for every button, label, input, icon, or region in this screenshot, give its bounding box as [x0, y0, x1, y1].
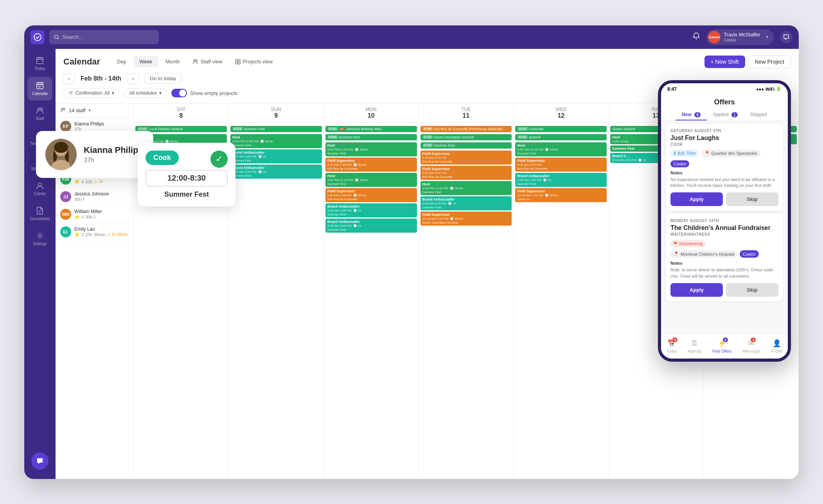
offer-notes-title-2: Notes — [670, 261, 778, 265]
offer-role-1: Cook — [670, 142, 778, 147]
shift-host-mon[interactable]: Host 4:00 PM-11:00 PM 🕐 30min Summer Fes… — [325, 142, 417, 156]
offer-notes-title-1: Notes — [670, 170, 778, 175]
shift-brand-tue[interactable]: Brand Ambassador 9:00 AM-3:00 PM 🕐 1h Su… — [420, 196, 512, 210]
date-range: Feb 8th - 14th — [81, 75, 121, 82]
shift-brand-mon[interactable]: Brand Ambassador 9:00 AM-3:00 PM 🕐 1h Su… — [325, 203, 417, 217]
day-col-content-mon: R 3/3 A1 Joshua's birthday BBQ R 5/5 Sum… — [325, 124, 417, 233]
phone-tab-applied[interactable]: Applied 1 — [707, 109, 744, 120]
profile-nav-label: Profile — [771, 349, 782, 353]
shift-field-mon[interactable]: Field Supervisor 9:45 AM-5:45 PM 🕐 30min… — [325, 158, 417, 172]
agenda-nav-icon: 🗓 — [690, 339, 699, 348]
notification-bell[interactable] — [692, 32, 700, 42]
svg-point-8 — [38, 183, 41, 186]
shift-field2-tue[interactable]: Field Supervisor 9:00 AM-4:00 PM 644 Rue… — [420, 166, 512, 180]
tab-day[interactable]: Day — [111, 56, 132, 67]
shift-host-sun[interactable]: Host 4:00 PM-11:00 PM 🕐 30min Summer Fes… — [230, 134, 322, 148]
staff-item-emily[interactable]: EL Emily Lau ⭐ 2 25h 30min ⚠ 1h 30min — [56, 223, 133, 241]
event-pill-birthday-bbq[interactable]: R 3/3 A1 Joshua's birthday BBQ — [325, 126, 417, 132]
sidebar-item-settings[interactable]: Settings — [27, 227, 52, 251]
shift-host2-mon[interactable]: Host 4:00 PM-11:00 PM 🕐 30min Summer Fes… — [325, 173, 417, 187]
staff-avatar-jessica: JJ — [60, 191, 71, 202]
offer-company-tag: Castor — [670, 160, 689, 167]
staff-avatar-william: WM — [60, 209, 71, 220]
offer-location-row: 📍 Montreal Children's Hospital Castor — [670, 250, 778, 258]
user-name: Travis McStaffer — [724, 32, 760, 38]
phone-tab-skipped[interactable]: Skipped — [744, 109, 773, 120]
staff-item-william[interactable]: WM William Miller ⭐ 4 30h ℹ — [56, 206, 133, 223]
chat-bubble-button[interactable] — [31, 452, 49, 470]
svg-point-9 — [39, 235, 41, 237]
event-pill-pharmacy[interactable]: R 4/6 644 Rue de Courcelle (Pharmacie Me… — [420, 126, 512, 132]
prev-week-button[interactable]: ‹ — [63, 73, 74, 84]
sidebar-item-calendar[interactable]: Calendar — [27, 77, 52, 100]
phone-nav-find-offers[interactable]: ⚡ 4 Find Offers — [712, 339, 731, 353]
svg-point-5 — [40, 108, 43, 110]
shift-wed-field[interactable]: Field Supervisor 9:45 AM-5:45 PM 644 Rue… — [515, 158, 607, 172]
shift-field2-mon[interactable]: Field Supervisor 9:00 AM-4:00 PM 🕐 30min… — [325, 188, 417, 202]
shift-wed-brand[interactable]: Brand Ambassador 9:00 AM-3:00 PM 🕐 1h Su… — [515, 173, 607, 187]
phone-tab-new[interactable]: New 4 — [676, 109, 707, 120]
tab-month[interactable]: Month — [160, 56, 185, 67]
phone-nav-profile[interactable]: 👤 Profile — [771, 339, 782, 353]
shift-host-tue[interactable]: Host 4:00 PM-11:00 PM 🕐 30min Summer Fes… — [420, 181, 512, 195]
sidebar-label-clients: Clients — [34, 192, 46, 196]
go-today-button[interactable]: Go to today — [145, 73, 181, 84]
offer-role-2: Waiter/Waitress — [670, 232, 778, 237]
search-bar[interactable]: Search... — [49, 30, 159, 44]
event-pill-wed-green[interactable]: R 2/2 Summit — [515, 134, 607, 140]
chat-icon[interactable] — [780, 31, 792, 43]
apply-button-2[interactable]: Apply — [670, 283, 723, 297]
skip-button-1[interactable]: Skip — [726, 192, 778, 206]
phone-nav-agenda[interactable]: 🗓 Agenda — [688, 339, 701, 353]
sidebar-item-staff[interactable]: Staff — [27, 102, 52, 126]
shift-field3-tue[interactable]: Field Supervisor 10:00 AM-7:00 PM 🕐 30mi… — [420, 212, 512, 226]
search-icon — [54, 34, 59, 40]
tab-staff-view[interactable]: Staff view — [187, 56, 228, 67]
tooltip-role: Cook — [146, 151, 179, 165]
user-avatar: Castor — [708, 31, 721, 43]
tab-projects-view[interactable]: Projects view — [230, 56, 279, 67]
next-week-button[interactable]: › — [128, 73, 138, 84]
messages-nav-label: Messages — [742, 349, 760, 353]
offer-event-name-2: The Children's Annual Fundraiser — [670, 224, 778, 231]
calendar-title: Calendar — [63, 57, 100, 67]
show-empty-toggle[interactable]: Show empty projects — [171, 89, 237, 97]
schedules-filter[interactable]: All schedules ▾ — [124, 88, 167, 98]
messages-nav-icon: ✉ 1 — [747, 339, 756, 348]
staff-item-jessica[interactable]: JJ Jessica Johnson 30h ℹ — [56, 188, 133, 206]
event-pill-summer-fest-sun[interactable]: R 5/5 Summer Fest — [230, 126, 322, 132]
confirmed-check-icon: ✓ — [210, 151, 228, 168]
sidebar-item-clients[interactable]: Clients — [27, 177, 52, 201]
event-pill-summer-fest-tue[interactable]: R 5/5 Summer Fest — [420, 142, 512, 149]
phone-nav-today[interactable]: 📅 4 Today — [667, 339, 677, 353]
toggle-switch[interactable] — [171, 89, 187, 97]
phone-title: Offers — [667, 98, 782, 106]
shift-field-tue[interactable]: Field Supervisor 9:45 AM-5:45 PM 644 Rue… — [420, 151, 512, 165]
sidebar-item-today[interactable]: Today — [27, 52, 52, 75]
shift-wed-1[interactable]: Host 4:00 PM-11:00 PM 🕐 30min Summer Fes… — [515, 142, 607, 156]
shift-brand2-mon[interactable]: Brand Ambassador 9:00 AM-3:00 PM 🕐 1h Su… — [325, 219, 417, 233]
tooltip-event: Summer Fest — [146, 190, 228, 199]
tab-week[interactable]: Week — [133, 56, 158, 67]
new-project-button[interactable]: New Project — [748, 55, 791, 68]
user-menu[interactable]: Castor Travis McStaffer Castor ▼ — [706, 29, 774, 45]
confirmation-filter[interactable]: Confirmation: All ▾ — [63, 88, 119, 98]
day-col-sun: R 5/5 Summer Fest Host 4:00 PM-11:00 PM … — [229, 123, 324, 479]
apply-button-1[interactable]: Apply — [670, 192, 723, 206]
shift-brand2-sun[interactable]: Brand Ambassador 9:00 AM-3:00 PM 🕐 1h Su… — [230, 165, 322, 179]
event-pill-wed-1[interactable]: R 4/4 Courcelle — [515, 126, 607, 132]
shift-brand-sun[interactable]: Brand Ambassador 9:00 AM-3:00 PM 🕐 1h Su… — [230, 149, 322, 163]
new-shift-button[interactable]: + New Shift — [704, 56, 745, 68]
header-actions: + New Shift New Project — [704, 55, 791, 68]
event-pill-summer-fest-mon[interactable]: R 5/5 Summer Fest — [325, 134, 417, 140]
shift-wed-field2[interactable]: Field Supervisor 10:00 AM-7:00 PM 🕐 30mi… — [515, 188, 607, 202]
svg-point-22 — [54, 142, 68, 153]
day-col-tue: R 4/6 644 Rue de Courcelle (Pharmacie Me… — [419, 123, 514, 479]
phone-nav-messages[interactable]: ✉ 1 Messages — [742, 339, 760, 353]
chevron-down-icon[interactable]: ▾ — [88, 108, 91, 113]
phone-mockup: 8:47 ●●● WiFi 🔋 Offers New 4 Applied — [658, 80, 791, 362]
svg-rect-3 — [37, 83, 43, 89]
skip-button-2[interactable]: Skip — [726, 283, 778, 297]
event-pill-green-innovators[interactable]: R 2/2 Green Innovators Summit — [420, 134, 512, 140]
sidebar-item-documents[interactable]: Documents — [27, 202, 52, 226]
